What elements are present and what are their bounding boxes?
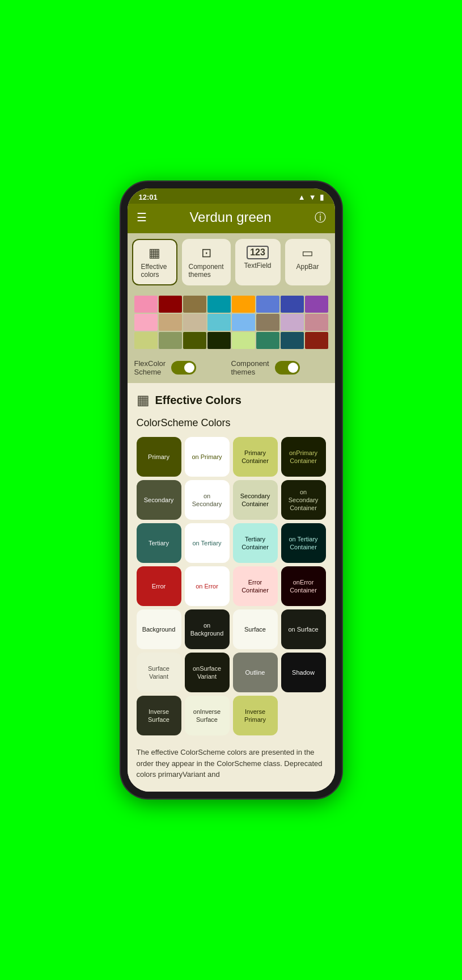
- color-chip-on-background: on Background: [185, 609, 230, 649]
- color-chip-secondary-container: Secondary Container: [233, 480, 278, 520]
- color-chip-background: Background: [137, 609, 181, 649]
- swatch: [207, 296, 231, 313]
- color-chip-inverse-surface: Inverse Surface: [137, 696, 181, 735]
- tabs-row: ▦ Effective colors ⊡ Component themes 12…: [128, 233, 335, 291]
- tab-effective-colors[interactable]: ▦ Effective colors: [132, 239, 177, 285]
- swatch: [183, 314, 206, 331]
- tab-textfield[interactable]: 123 TextField: [235, 239, 281, 285]
- wifi-icon: ▼: [309, 193, 316, 201]
- status-icons: ▲ ▼ ▮: [298, 193, 324, 201]
- color-chip-inverse-primary: Inverse Primary: [233, 696, 278, 735]
- tab-component-themes-label: Component themes: [188, 263, 223, 279]
- info-icon[interactable]: ⓘ: [315, 210, 326, 225]
- menu-icon[interactable]: ☰: [137, 211, 147, 224]
- swatch-row-1: [134, 296, 328, 313]
- battery-icon: ▮: [320, 193, 324, 201]
- tab-component-themes-icon: ⊡: [201, 246, 211, 260]
- color-chip-error: Error: [137, 566, 181, 606]
- color-grid: Primaryon PrimaryPrimary ContaineronPrim…: [137, 437, 326, 735]
- swatch: [159, 332, 182, 349]
- swatch: [281, 314, 304, 331]
- tab-textfield-label: TextField: [244, 262, 271, 270]
- swatch-row-3: [134, 332, 328, 349]
- section-header: ▦ Effective Colors: [137, 392, 326, 408]
- component-themes-toggle[interactable]: [275, 361, 300, 375]
- swatch: [134, 314, 158, 331]
- swatch: [281, 332, 304, 349]
- color-chip-on-secondary: on Secondary: [185, 480, 230, 520]
- swatch: [256, 296, 279, 313]
- swatch: [134, 296, 158, 313]
- tab-appbar[interactable]: ▭ AppBar: [285, 239, 330, 285]
- colorscheme-title: ColorScheme Colors: [137, 417, 326, 429]
- tab-textfield-icon: 123: [247, 246, 269, 259]
- footer-text: The effective ColorScheme colors are pre…: [128, 739, 335, 792]
- time-display: 12:01: [139, 193, 158, 201]
- tab-component-themes[interactable]: ⊡ Component themes: [182, 239, 231, 285]
- color-chip-surface-variant: Surface Variant: [137, 653, 181, 692]
- color-chip-error-container: Error Container: [233, 566, 278, 606]
- flex-color-toggle-item: FlexColorScheme: [134, 359, 231, 376]
- swatch: [207, 332, 231, 349]
- color-chip-on-tertiary: on Tertiary: [185, 523, 230, 563]
- tab-effective-colors-label: Effective colors: [141, 263, 168, 279]
- phone-frame: 12:01 ▲ ▼ ▮ ☰ Verdun green ⓘ ▦ Effective…: [121, 182, 342, 798]
- color-chip-tertiary-container: Tertiary Container: [233, 523, 278, 563]
- color-chip-surface: Surface: [233, 609, 278, 649]
- status-bar: 12:01 ▲ ▼ ▮: [128, 188, 335, 204]
- color-chip-oninverse-surface: onInverse Surface: [185, 696, 230, 735]
- swatch: [305, 314, 328, 331]
- component-themes-toggle-label: Componentthemes: [231, 359, 269, 376]
- flex-color-toggle[interactable]: [171, 361, 196, 375]
- swatch: [134, 332, 158, 349]
- effective-colors-section: ▦ Effective Colors ColorScheme Colors Pr…: [128, 383, 335, 735]
- app-title: Verdun green: [189, 209, 271, 225]
- tab-effective-colors-icon: ▦: [149, 246, 160, 260]
- swatch: [159, 314, 182, 331]
- color-chip-on-error: on Error: [185, 566, 230, 606]
- component-themes-toggle-item: Componentthemes: [231, 359, 328, 376]
- swatch: [256, 332, 279, 349]
- color-chip-shadow: Shadow: [281, 653, 326, 692]
- swatch: [207, 314, 231, 331]
- color-chip-primary: Primary: [137, 437, 181, 477]
- color-chip-secondary: Secondary: [137, 480, 181, 520]
- swatch: [183, 332, 206, 349]
- color-chip-on-tertiary-container: on Tertiary Container: [281, 523, 326, 563]
- color-swatches-section: [128, 291, 335, 357]
- color-chip-onprimary-container: onPrimary Container: [281, 437, 326, 477]
- swatch-row-2: [134, 314, 328, 331]
- color-chip-onerror-container: onError Container: [281, 566, 326, 606]
- color-chip-on-secondary-container: on Secondary Container: [281, 480, 326, 520]
- color-chip-primary-container: Primary Container: [233, 437, 278, 477]
- swatch: [159, 296, 182, 313]
- flex-color-label: FlexColorScheme: [134, 359, 166, 376]
- swatch: [232, 296, 255, 313]
- color-chip-tertiary: Tertiary: [137, 523, 181, 563]
- swatch: [305, 296, 328, 313]
- swatch: [183, 296, 206, 313]
- tab-appbar-label: AppBar: [296, 263, 319, 271]
- section-icon: ▦: [137, 392, 150, 408]
- color-chip-onsurface-variant: onSurface Variant: [185, 653, 230, 692]
- app-bar: ☰ Verdun green ⓘ: [128, 204, 335, 233]
- color-chip-outline: Outline: [233, 653, 278, 692]
- color-chip-on-surface: on Surface: [281, 609, 326, 649]
- signal-icon: ▲: [298, 193, 306, 201]
- swatch: [281, 296, 304, 313]
- swatch: [232, 314, 255, 331]
- section-title: Effective Colors: [155, 394, 241, 407]
- tab-appbar-icon: ▭: [302, 246, 313, 260]
- color-chip-on-primary: on Primary: [185, 437, 230, 477]
- phone-screen: 12:01 ▲ ▼ ▮ ☰ Verdun green ⓘ ▦ Effective…: [128, 188, 335, 792]
- swatch: [232, 332, 255, 349]
- swatch: [256, 314, 279, 331]
- swatch: [305, 332, 328, 349]
- toggle-row: FlexColorScheme Componentthemes: [128, 357, 335, 383]
